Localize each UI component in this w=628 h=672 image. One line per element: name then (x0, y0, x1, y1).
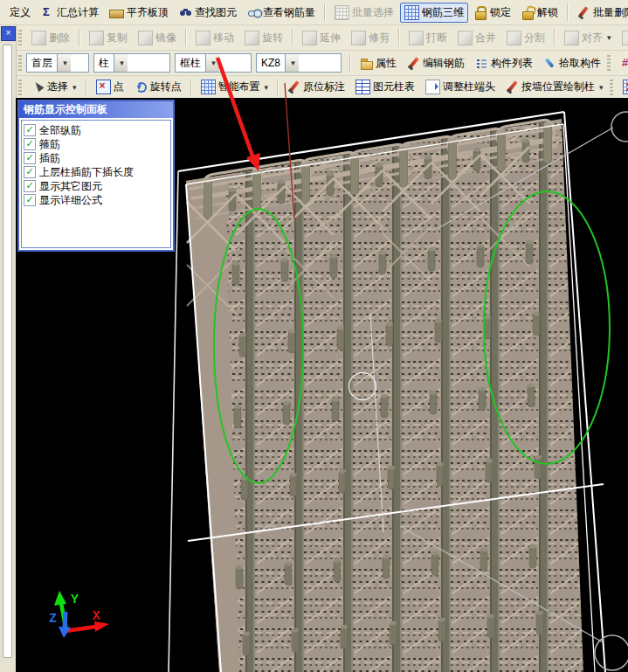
copy-icon (89, 31, 104, 45)
edit-pencil-icon (407, 57, 420, 70)
define-button[interactable]: 定义 (5, 3, 35, 23)
break-button[interactable]: 打断 (404, 28, 452, 48)
glasses-icon (247, 6, 260, 19)
option-all-longitudinal-bars[interactable]: ✓全部纵筋 (24, 123, 169, 137)
category-select[interactable]: 柱▾ (93, 53, 170, 73)
rotate-point-icon (135, 80, 148, 94)
toolbar-separator (554, 29, 556, 46)
option-upper-column-dowel-length[interactable]: ✓上层柱插筋下插长度 (24, 165, 169, 179)
select-button[interactable]: 选择▾ (27, 77, 81, 97)
point-button[interactable]: 点 (92, 77, 128, 97)
two-point-button[interactable]: 两点 (616, 53, 628, 73)
chevron-down-icon[interactable]: ▾ (205, 54, 219, 72)
panel-body: ✓全部纵筋 ✓箍筋 ✓插筋 ✓上层柱插筋下插长度 ✓显示其它图元 ✓显示详细公式 (21, 120, 171, 248)
checkbox-checked-icon[interactable]: ✓ (24, 124, 36, 136)
auto-judge-grid-icon (623, 80, 628, 94)
toolbar-grip (18, 30, 22, 45)
split-button[interactable]: 分割 (502, 28, 549, 48)
panel-title[interactable]: 钢筋显示控制面板 (19, 101, 173, 118)
pick-component-button[interactable]: 拾取构件 (539, 53, 605, 73)
column-table-icon (355, 80, 370, 94)
rebar-wall-model[interactable] (169, 112, 605, 672)
component-select[interactable]: KZ8▾ (256, 53, 342, 73)
collapsed-panel-handle[interactable] (3, 45, 12, 658)
chevron-down-icon[interactable]: ▾ (285, 54, 299, 72)
rebar-3d-toggle-button[interactable]: 钢筋三维 (400, 3, 468, 23)
extend-icon (302, 31, 317, 45)
move-icon (196, 31, 210, 45)
rotate-point-button[interactable]: 旋转点 (130, 77, 186, 97)
close-icon[interactable]: × (1, 26, 16, 41)
summary-calc-button[interactable]: 汇总计算 (37, 3, 103, 23)
batch-select-button[interactable]: 批量选择 (330, 3, 398, 23)
checkbox-checked-icon[interactable]: ✓ (24, 194, 36, 206)
docked-panel-strip: × (0, 25, 17, 672)
offset-button[interactable]: 偏移 (618, 28, 628, 48)
insitu-annotate-button[interactable]: 原位标注 (283, 77, 349, 97)
viewport-3d[interactable]: Y X Z 钢筋显示控制面板 ✓全部纵筋 ✓箍筋 ✓插筋 ✓上层柱插筋下插长度 … (16, 98, 628, 672)
trim-button[interactable]: 修剪 (347, 28, 394, 48)
toolbar-separator (324, 3, 326, 21)
edit-rebar-button[interactable]: 编辑钢筋 (403, 53, 469, 73)
option-stirrups[interactable]: ✓箍筋 (24, 137, 169, 151)
toolbar-separator (349, 54, 351, 72)
toolbar-separator (190, 79, 192, 96)
checkbox-checked-icon[interactable]: ✓ (24, 138, 36, 150)
align-slab-top-button[interactable]: 平齐板顶 (105, 3, 173, 23)
axis-y-label: Y (71, 592, 79, 607)
floor-select[interactable]: 首层▾ (26, 53, 89, 73)
checkbox-checked-icon[interactable]: ✓ (24, 166, 36, 178)
lock-button[interactable]: 锁定 (470, 3, 515, 23)
merge-button[interactable]: 合并 (453, 28, 500, 48)
checkbox-checked-icon[interactable]: ✓ (24, 152, 36, 164)
chevron-down-icon[interactable]: ▾ (57, 54, 71, 72)
option-dowel-bars[interactable]: ✓插筋 (24, 151, 169, 165)
draw-column-by-wall-button[interactable]: 按墙位置绘制柱▾ (501, 77, 608, 97)
move-button[interactable]: 移动 (191, 28, 238, 48)
rotate-button[interactable]: 旋转 (240, 28, 287, 48)
select-cursor-icon (31, 80, 45, 94)
option-show-other-elements[interactable]: ✓显示其它图元 (24, 179, 169, 193)
unlock-icon (521, 6, 535, 19)
batch-delete-unused-button[interactable]: 批量删除未使用构件 (573, 3, 628, 23)
chevron-down-icon: ▾ (72, 83, 77, 92)
copy-button[interactable]: 复制 (85, 28, 132, 48)
sigma-icon (41, 6, 54, 19)
rotate-icon (245, 31, 259, 45)
adjust-column-end-icon (425, 80, 440, 94)
mirror-button[interactable]: 镜像 (134, 28, 181, 48)
binoculars-icon (179, 6, 192, 19)
axis-x-label: X (93, 609, 100, 624)
component-list-icon (475, 57, 488, 70)
smart-layout-button[interactable]: 智能布置▾ (197, 77, 273, 97)
chevron-down-icon: ▾ (607, 33, 611, 42)
rebar-display-control-panel[interactable]: 钢筋显示控制面板 ✓全部纵筋 ✓箍筋 ✓插筋 ✓上层柱插筋下插长度 ✓显示其它图… (17, 100, 175, 252)
properties-button[interactable]: 属性 (355, 53, 401, 73)
delete-button[interactable]: 删除 (27, 28, 74, 48)
toolbar-separator (86, 79, 87, 96)
rebar-3d-grid-icon (404, 5, 419, 20)
component-list-button[interactable]: 构件列表 (471, 53, 537, 73)
extend-button[interactable]: 延伸 (298, 28, 345, 48)
find-element-button[interactable]: 查找图元 (175, 3, 241, 23)
chevron-down-icon: ▾ (599, 83, 604, 92)
smart-layout-grid-icon (201, 80, 216, 94)
view-rebar-quantity-button[interactable]: 查看钢筋量 (243, 3, 320, 23)
merge-icon (458, 31, 473, 45)
point-box-icon (96, 80, 111, 94)
checkbox-checked-icon[interactable]: ✓ (24, 180, 36, 192)
toolbar-main: 定义 汇总计算 平齐板顶 查找图元 查看钢筋量 批量选择 钢筋三维 锁定 解锁 … (0, 0, 628, 25)
toolbar-context: 首层▾ 柱▾ 框柱▾ KZ8▾ 属性 编辑钢筋 构件列表 拾取构件 两点 平行 (0, 51, 628, 76)
auto-judge-button[interactable]: 自动判断 (618, 77, 628, 97)
folder-icon (360, 57, 373, 70)
rebar-software-window: 定义 汇总计算 平齐板顶 查找图元 查看钢筋量 批量选择 钢筋三维 锁定 解锁 … (0, 0, 628, 672)
adjust-column-end-button[interactable]: 调整柱端头 (421, 77, 500, 97)
toolbar-grip (18, 55, 22, 71)
align-button[interactable]: 对齐▾ (560, 28, 616, 48)
chevron-down-icon: ▾ (265, 83, 269, 92)
unlock-button[interactable]: 解锁 (517, 3, 562, 23)
element-column-table-button[interactable]: 图元柱表 (351, 77, 419, 97)
type-select[interactable]: 框柱▾ (175, 53, 252, 73)
chevron-down-icon[interactable]: ▾ (114, 54, 128, 72)
option-show-detailed-formula[interactable]: ✓显示详细公式 (24, 193, 169, 207)
